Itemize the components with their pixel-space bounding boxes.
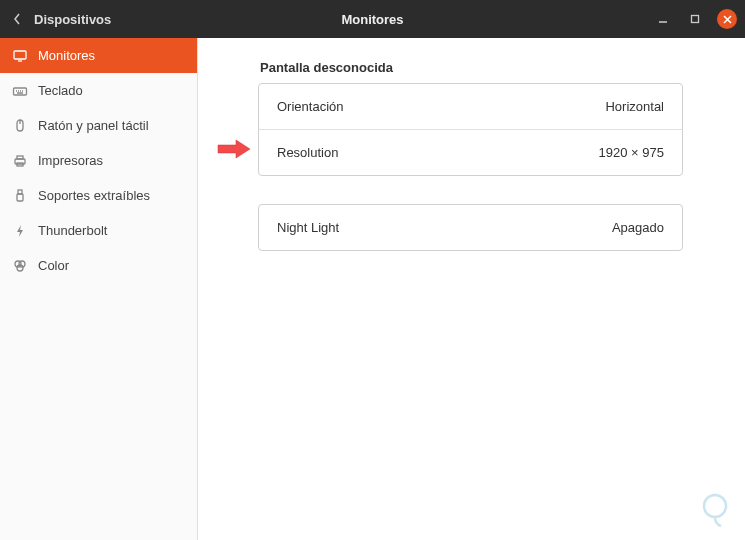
- sidebar-item-label: Color: [38, 258, 69, 273]
- sidebar-item-monitores[interactable]: Monitores: [0, 38, 197, 73]
- sidebar-item-teclado[interactable]: Teclado: [0, 73, 197, 108]
- arrow-annotation-icon: [216, 138, 252, 164]
- sidebar-item-label: Monitores: [38, 48, 95, 63]
- window-section-title: Dispositivos: [34, 12, 111, 27]
- sidebar-item-label: Teclado: [38, 83, 83, 98]
- nightlight-value: Apagado: [612, 220, 664, 235]
- sidebar-item-label: Thunderbolt: [38, 223, 107, 238]
- printer-icon: [12, 153, 28, 169]
- sidebar: Monitores Teclado Ratón y panel táctil I…: [0, 38, 198, 540]
- maximize-button[interactable]: [685, 9, 705, 29]
- window-controls: [653, 9, 737, 29]
- orientation-label: Orientación: [277, 99, 343, 114]
- main-area: Monitores Teclado Ratón y panel táctil I…: [0, 38, 745, 540]
- nightlight-panel: Night Light Apagado: [258, 204, 683, 251]
- display-settings-panel: Orientación Horizontal Resolution 1920 ×…: [258, 83, 683, 176]
- orientation-value: Horizontal: [605, 99, 664, 114]
- titlebar: Dispositivos Monitores: [0, 0, 745, 38]
- resolution-row[interactable]: Resolution 1920 × 975: [259, 129, 682, 175]
- svg-rect-5: [17, 156, 23, 159]
- content-area: Pantalla desconocida Orientación Horizon…: [198, 38, 745, 540]
- svg-rect-1: [14, 51, 26, 59]
- monitor-icon: [12, 48, 28, 64]
- window-title: Monitores: [341, 12, 403, 27]
- nightlight-row[interactable]: Night Light Apagado: [259, 205, 682, 250]
- sidebar-item-label: Impresoras: [38, 153, 103, 168]
- sidebar-item-label: Soportes extraíbles: [38, 188, 150, 203]
- resolution-value: 1920 × 975: [599, 145, 664, 160]
- section-title: Pantalla desconocida: [260, 60, 715, 75]
- sidebar-item-soportes[interactable]: Soportes extraíbles: [0, 178, 197, 213]
- resolution-label: Resolution: [277, 145, 338, 160]
- sidebar-item-label: Ratón y panel táctil: [38, 118, 149, 133]
- sidebar-item-thunderbolt[interactable]: Thunderbolt: [0, 213, 197, 248]
- sidebar-item-color[interactable]: Color: [0, 248, 197, 283]
- sidebar-item-impresoras[interactable]: Impresoras: [0, 143, 197, 178]
- nightlight-label: Night Light: [277, 220, 339, 235]
- color-icon: [12, 258, 28, 274]
- sidebar-item-raton[interactable]: Ratón y panel táctil: [0, 108, 197, 143]
- close-button[interactable]: [717, 9, 737, 29]
- svg-point-12: [704, 495, 726, 517]
- thunderbolt-icon: [12, 223, 28, 239]
- back-button[interactable]: [0, 0, 34, 38]
- minimize-button[interactable]: [653, 9, 673, 29]
- svg-rect-0: [692, 16, 699, 23]
- orientation-row[interactable]: Orientación Horizontal: [259, 84, 682, 129]
- watermark-icon: [695, 490, 735, 534]
- keyboard-icon: [12, 83, 28, 99]
- mouse-icon: [12, 118, 28, 134]
- usb-icon: [12, 188, 28, 204]
- svg-rect-8: [17, 194, 23, 201]
